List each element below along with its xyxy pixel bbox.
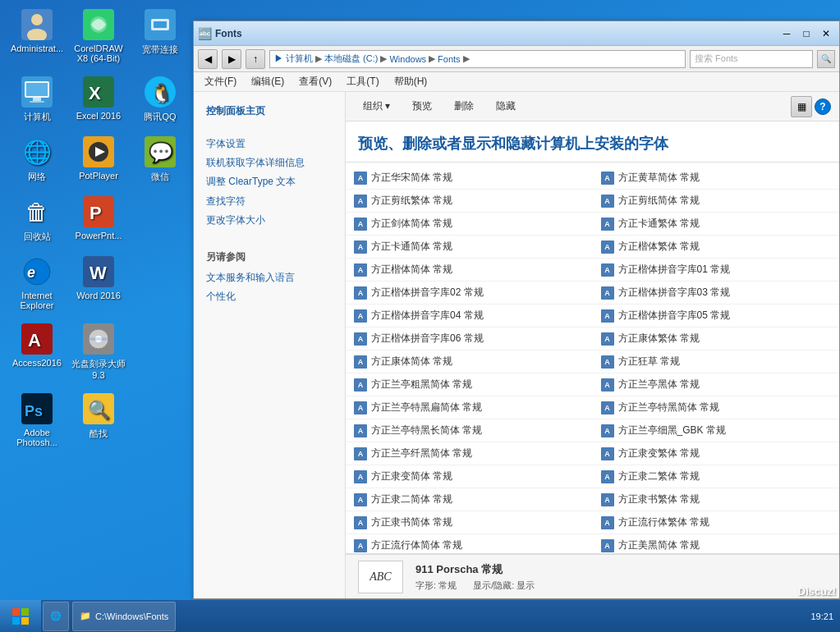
font-item[interactable]: A方正卡通简体 常规 xyxy=(346,236,593,258)
font-item[interactable]: A方正流行体简体 常规 xyxy=(346,534,593,553)
preview-button[interactable]: 预览 xyxy=(403,96,441,117)
font-item[interactable]: A方正华宋简体 常规 xyxy=(346,167,593,189)
font-item[interactable]: A方正黄草简体 常规 xyxy=(593,167,840,189)
menu-edit[interactable]: 编辑(E) xyxy=(245,73,291,90)
desktop-icon-photoshop[interactable]: Ps Adobe Photosh... xyxy=(8,392,66,447)
desktop-icon-qq[interactable]: 🐧 腾讯QQ xyxy=(131,76,189,123)
taskbar-folder-icon: 📁 xyxy=(80,611,91,621)
svg-text:X: X xyxy=(89,83,101,103)
desktop-icon-computer[interactable]: 计算机 xyxy=(8,76,66,123)
font-item[interactable]: A方正剪纸繁体 常规 xyxy=(346,190,593,212)
potplayer-icon xyxy=(82,135,115,168)
font-row: A方正隶二简体 常规A方正隶书繁体 常规 xyxy=(346,488,839,511)
hide-button[interactable]: 隐藏 xyxy=(487,96,525,117)
change-size-link[interactable]: 更改字体大小 xyxy=(194,211,345,230)
font-item[interactable]: A方正楷体繁体 常规 xyxy=(593,236,840,258)
font-item[interactable]: A方正楷体拼音字库06 常规 xyxy=(346,327,593,350)
font-item[interactable]: A方正隶二简体 常规 xyxy=(346,488,593,511)
start-button[interactable] xyxy=(0,600,41,633)
search-box[interactable]: 搜索 Fonts xyxy=(690,50,813,68)
personalize-link[interactable]: 个性化 xyxy=(194,287,345,306)
address-input[interactable]: ▶ 计算机 ▶ 本地磁盘 (C:) ▶ Windows ▶ Fonts ▶ xyxy=(269,50,686,68)
font-item-icon: A xyxy=(354,401,367,414)
desktop-icon-admin[interactable]: Administrat... xyxy=(8,8,66,63)
up-button[interactable]: ↑ xyxy=(246,49,265,69)
desktop-icon-coreldraw[interactable]: CorelDRAWX8 (64-Bit) xyxy=(70,8,127,63)
desktop-icon-word[interactable]: W Word 2016 xyxy=(70,255,127,310)
font-row: A方正华宋简体 常规A方正黄草简体 常规 xyxy=(346,167,839,190)
cleartype-link[interactable]: 调整 ClearType 文本 xyxy=(194,172,345,191)
help-button[interactable]: ? xyxy=(815,98,831,115)
font-item[interactable]: A方正兰亭特黑简体 常规 xyxy=(593,396,840,419)
desktop-icon-cute[interactable]: 🔍 酷找 xyxy=(70,392,127,447)
font-item-icon: A xyxy=(354,539,367,552)
desktop-icon-ie[interactable]: e Internet Explorer xyxy=(8,255,66,310)
menu-file[interactable]: 文件(F) xyxy=(198,73,243,90)
font-item[interactable]: A方正美黑简体 常规 xyxy=(593,534,840,553)
delete-button[interactable]: 删除 xyxy=(445,96,483,117)
forward-button[interactable]: ▶ xyxy=(222,49,241,69)
font-item-icon: A xyxy=(354,470,367,483)
maximize-button[interactable]: □ xyxy=(797,25,815,42)
taskbar-ie-item[interactable]: 🌐 xyxy=(43,602,69,631)
font-item-icon: A xyxy=(354,424,367,437)
desktop-icon-dvd[interactable]: 光盘刻录大师 9.3 xyxy=(70,323,127,380)
desktop-icon-recycle[interactable]: 🗑 回收站 xyxy=(8,195,66,243)
font-item[interactable]: A方正剑体简体 常规 xyxy=(346,213,593,235)
search-button[interactable]: 🔍 xyxy=(817,50,835,68)
svg-rect-40 xyxy=(12,617,20,625)
font-item[interactable]: A方正兰亭纤黑简体 常规 xyxy=(346,442,593,465)
font-item[interactable]: A方正楷体拼音字库05 常规 xyxy=(593,305,840,327)
desktop-icon-network[interactable]: 🌐 网络 xyxy=(8,135,66,183)
font-item[interactable]: A方正兰亭细黑_GBK 常规 xyxy=(593,419,840,442)
menu-tools[interactable]: 工具(T) xyxy=(340,73,385,90)
font-item[interactable]: A方正卡通繁体 常规 xyxy=(593,213,840,235)
view-mode-button[interactable]: ▦ xyxy=(791,96,812,117)
font-item-icon: A xyxy=(601,240,614,254)
font-item[interactable]: A方正兰亭黑体 常规 xyxy=(593,373,840,396)
font-item-name: 方正流行体繁体 常规 xyxy=(618,515,709,529)
menu-view[interactable]: 查看(V) xyxy=(292,73,338,90)
text-services-link[interactable]: 文本服务和输入语言 xyxy=(194,268,345,287)
organize-button[interactable]: 组织 ▾ xyxy=(354,96,399,117)
back-button[interactable]: ◀ xyxy=(198,49,218,69)
font-item[interactable]: A方正隶变繁体 常规 xyxy=(593,442,840,465)
desktop-icon-wechat[interactable]: 💬 微信 xyxy=(131,135,189,183)
desktop-icon-access[interactable]: A Access2016 xyxy=(8,323,66,380)
font-item[interactable]: A方正兰亭特黑长简体 常规 xyxy=(346,419,593,442)
online-font-link[interactable]: 联机获取字体详细信息 xyxy=(194,153,345,172)
font-item[interactable]: A方正楷体拼音字库04 常规 xyxy=(346,305,593,327)
desktop-icon-broadband[interactable]: 宽带连接 xyxy=(131,8,189,63)
font-item[interactable]: A方正剪纸简体 常规 xyxy=(593,190,840,212)
font-item[interactable]: A方正隶书繁体 常规 xyxy=(593,488,840,511)
svg-text:W: W xyxy=(90,263,107,283)
font-item[interactable]: A方正狂草 常规 xyxy=(593,350,840,373)
svg-rect-12 xyxy=(30,101,44,103)
menu-help[interactable]: 帮助(H) xyxy=(388,73,434,90)
font-item[interactable]: A方正康体简体 常规 xyxy=(346,350,593,373)
font-settings-link[interactable]: 字体设置 xyxy=(194,135,345,153)
font-item-icon: A xyxy=(354,447,367,460)
font-item-icon: A xyxy=(354,516,367,529)
font-item[interactable]: A方正楷体简体 常规 xyxy=(346,259,593,281)
desktop-icon-powerpoint[interactable]: P PowerPnt... xyxy=(70,195,127,243)
font-item-name: 方正狂草 常规 xyxy=(618,355,680,369)
minimize-button[interactable]: ─ xyxy=(778,25,796,42)
control-panel-home-link[interactable]: 控制面板主页 xyxy=(194,100,345,122)
font-item[interactable]: A方正隶二繁体 常规 xyxy=(593,465,840,488)
font-item-name: 方正兰亭粗黑简体 常规 xyxy=(371,378,472,392)
font-item[interactable]: A方正楷体拼音字库03 常规 xyxy=(593,282,840,304)
font-item[interactable]: A方正兰亭粗黑简体 常规 xyxy=(346,373,593,396)
close-button[interactable]: ✕ xyxy=(817,25,835,42)
font-item[interactable]: A方正隶书简体 常规 xyxy=(346,511,593,534)
font-item[interactable]: A方正流行体繁体 常规 xyxy=(593,511,840,534)
font-item[interactable]: A方正楷体拼音字库02 常规 xyxy=(346,282,593,304)
find-char-link[interactable]: 查找字符 xyxy=(194,192,345,211)
font-item[interactable]: A方正隶变简体 常规 xyxy=(346,465,593,488)
desktop-icon-potplayer[interactable]: PotPlayer xyxy=(70,135,127,183)
font-item[interactable]: A方正康体繁体 常规 xyxy=(593,327,840,350)
font-item[interactable]: A方正兰亭特黑扁简体 常规 xyxy=(346,396,593,419)
taskbar-folder-item[interactable]: 📁 C:\Windows\Fonts xyxy=(72,602,176,631)
desktop-icon-excel[interactable]: X Excel 2016 xyxy=(70,76,127,123)
font-item[interactable]: A方正楷体拼音字库01 常规 xyxy=(593,259,840,281)
